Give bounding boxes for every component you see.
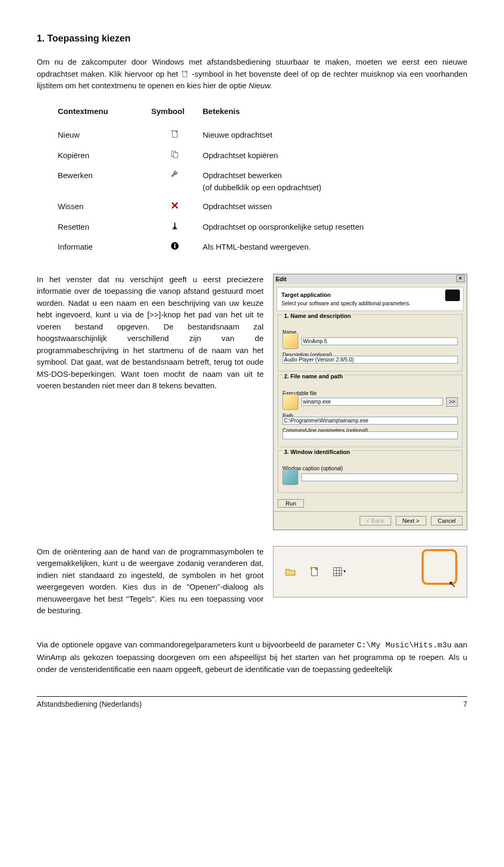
wrench-icon	[149, 166, 201, 197]
copy-icon	[149, 146, 201, 167]
cell-bet: Opdrachtset bewerken (of dubbelklik op e…	[201, 166, 467, 197]
folder-icon[interactable]	[283, 565, 298, 579]
cell-bet: Opdrachtset wissen	[201, 197, 467, 218]
new-document-icon	[149, 126, 201, 146]
cell-menu: Informatie	[37, 238, 149, 258]
paragraph-4: Via de optionele opgave van commandorege…	[37, 639, 467, 676]
th-symbool: Symbool	[149, 102, 201, 126]
app-icon[interactable]	[282, 333, 298, 349]
cell-bet: Opdrachtset op oorspronkelijke setup res…	[201, 218, 467, 238]
cell-bet: Als HTML-bestand weergeven.	[201, 238, 467, 258]
table-row: Wissen Opdrachtset wissen	[37, 197, 467, 218]
next-button[interactable]: Next >	[396, 516, 426, 525]
cell-menu: Wissen	[37, 197, 149, 218]
dialog-titlebar[interactable]: Edit ×	[274, 274, 467, 284]
th-contextmenu: Contextmenu	[37, 102, 149, 126]
footer-right: 7	[463, 699, 467, 710]
dialog-buttons: < Back Next > Cancel	[274, 511, 467, 530]
reset-icon	[149, 218, 201, 238]
th-betekenis: Betekenis	[201, 102, 467, 126]
caption-field[interactable]	[301, 473, 458, 481]
cell-menu: Kopiëren	[37, 146, 149, 167]
cursor-icon: ↖	[448, 577, 456, 592]
name-field[interactable]	[301, 337, 458, 345]
cell-menu: Nieuw	[37, 126, 149, 146]
target-sub: Select your software and specify additio…	[281, 300, 459, 307]
cell-bet: Nieuwe opdrachtset	[201, 126, 467, 146]
paragraph-2: In het venster dat nu verschijnt geeft u…	[37, 274, 264, 392]
cell-bet: Opdrachtset kopiëren	[201, 146, 467, 167]
table-row: Kopiëren Opdrachtset kopiëren	[37, 146, 467, 167]
run-button[interactable]: Run	[278, 499, 304, 508]
new-document-icon	[181, 70, 189, 78]
para4-a: Via de optionele opgave van commandorege…	[37, 640, 357, 649]
section-title-2: 2. File name and path	[282, 373, 344, 379]
toolbar-figure: ▾ ↖	[273, 546, 467, 597]
view-grid-icon[interactable]: ▾	[331, 565, 346, 579]
cancel-button[interactable]: Cancel	[431, 516, 463, 525]
new-document-icon[interactable]	[307, 565, 322, 579]
exe-icon	[282, 394, 298, 410]
section-title-3: 3. Window identification	[282, 449, 352, 455]
contextmenu-table: Contextmenu Symbool Betekenis Nieuw Nieu…	[37, 102, 467, 258]
cell-menu: Bewerken	[37, 166, 149, 197]
info-icon	[149, 238, 201, 258]
intro-paragraph: Om nu de zakcomputer door Windows met af…	[37, 56, 467, 92]
page-footer: Afstandsbediening (Nederlands) 7	[37, 696, 467, 710]
edit-dialog: Edit × Target application Select your so…	[273, 274, 467, 530]
back-button[interactable]: < Back	[360, 516, 391, 525]
table-row: Nieuw Nieuwe opdrachtset	[37, 126, 467, 146]
section-window-id: 3. Window identification Window caption …	[278, 450, 463, 493]
desc-field[interactable]	[282, 356, 458, 364]
paragraph-3: Om de oriëntering aan de hand van de pro…	[37, 546, 264, 617]
remote-icon	[445, 290, 460, 301]
cell-menu: Resetten	[37, 218, 149, 238]
intro-option-nieuw: Nieuw.	[249, 81, 272, 90]
delete-icon	[149, 197, 201, 218]
dialog-header: Target application Select your software …	[277, 287, 464, 311]
table-row: Informatie Als HTML-bestand weergeven.	[37, 238, 467, 258]
window-icon	[282, 469, 298, 485]
page-heading: 1. Toepassing kiezen	[37, 32, 467, 46]
dialog-title: Edit	[276, 275, 287, 284]
path-field[interactable]	[282, 417, 458, 425]
section-file-path: 2. File name and path Executable file >>…	[278, 375, 463, 447]
run-row: Run	[274, 496, 467, 511]
browse-button[interactable]: >>	[446, 397, 458, 407]
exe-field[interactable]	[301, 398, 443, 406]
target-title: Target application	[281, 291, 459, 300]
table-row: Bewerken Opdrachtset bewerken (of dubbel…	[37, 166, 467, 197]
close-icon[interactable]: ×	[456, 275, 465, 282]
section-name-desc: 1. Name and description Name Description…	[278, 314, 463, 372]
cmd-field[interactable]	[282, 431, 458, 439]
table-row: Resetten Opdrachtset op oorspronkelijke …	[37, 218, 467, 238]
section-title-1: 1. Name and description	[282, 313, 352, 319]
footer-left: Afstandsbediening (Nederlands)	[37, 699, 142, 710]
para4-code: C:\My Music\Hits.m3u	[357, 641, 452, 650]
